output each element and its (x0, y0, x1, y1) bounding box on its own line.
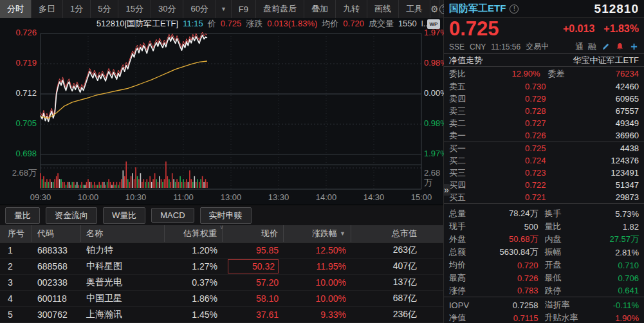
tab-money-flow[interactable]: 资金流向 (46, 207, 97, 224)
table-row-688333[interactable]: 1688333铂力特1.20%95.8512.50%263亿 (0, 243, 443, 259)
tab-macd[interactable]: MACD (151, 208, 194, 223)
stat-value: 78.24万 (484, 208, 538, 219)
edit-pencil-icon[interactable] (601, 42, 611, 51)
bid-row[interactable]: 买二0.724124376 (444, 154, 644, 167)
ask-row[interactable]: 卖二0.72749349 (444, 117, 644, 129)
chart-plot[interactable] (0, 28, 444, 205)
gear-icon[interactable]: ⚙ (430, 0, 439, 18)
bid-volume: 29873 (560, 192, 639, 202)
nav-trend-row[interactable]: 净值走势 华宝中证军工ETF (444, 53, 644, 67)
volume-bar (134, 179, 135, 188)
weibi-label: 委比 (449, 68, 477, 80)
stat-row-总量: 总量78.24万换手5.73% (444, 207, 644, 220)
cell-change-pct: 10.00% (284, 293, 351, 304)
table-row-300762[interactable]: 5300762上海瀚讯1.45%37.619.33%236亿 (0, 307, 443, 323)
bid-row[interactable]: 买三0.723123491 (444, 167, 644, 179)
bid-row[interactable]: 买四0.72251347 (444, 179, 644, 191)
volume-bar (152, 179, 154, 188)
period-tab-1min[interactable]: 1分 (63, 0, 91, 18)
nav-trend-label: 净值走势 (449, 55, 483, 66)
volume-bar (205, 179, 207, 188)
volume-value: 1550 (398, 19, 417, 28)
f9-button[interactable]: F9 (232, 0, 256, 18)
price-change: +0.013 (563, 23, 594, 35)
exchange-label: SSE (449, 42, 465, 51)
period-tab-15min[interactable]: 15分 (118, 0, 151, 18)
chart-info-bar: 512810[国防军工ETF] 11:15 价 0.725 涨跌 0.013(1… (0, 18, 443, 29)
col-header-name[interactable]: 名称 (81, 225, 165, 242)
alert-bell-icon[interactable] (615, 42, 625, 51)
period-tab-timeline[interactable]: 分时 (0, 0, 32, 18)
period-tab-5min[interactable]: 5分 (91, 0, 118, 18)
volume-bar (97, 185, 98, 188)
cell-code: 688333 (32, 245, 81, 255)
stat-label: 涨停 (449, 285, 484, 297)
overlay-button[interactable]: 叠加 (304, 0, 336, 18)
volume-bar (186, 179, 187, 188)
volume-bar (197, 179, 198, 188)
period-tab-60min[interactable]: 60分 (183, 0, 216, 18)
nine-turn-button[interactable]: 九转 (336, 0, 367, 18)
tab-w-volume-ratio[interactable]: W量比 (103, 207, 145, 224)
stat-label: 总量 (449, 208, 484, 219)
tools-button[interactable]: 工具 (399, 0, 430, 18)
stat-label: 最高 (449, 272, 484, 284)
volume-bar (84, 185, 86, 188)
cell-price: 50.32 (223, 259, 284, 273)
stat-value: 50.68万 (484, 234, 538, 245)
pre-post-market-button[interactable]: 盘前盘后 (256, 0, 304, 18)
ask-row[interactable]: 卖四0.72960965 (444, 93, 644, 105)
table-row-688568[interactable]: 2688568中科星图1.27%50.3211.95%407亿 (0, 259, 443, 275)
table-row-600118[interactable]: 4600118中国卫星1.86%58.1010.00%687亿 (0, 291, 443, 307)
ask-row[interactable]: 卖五0.73042460 (444, 80, 644, 93)
ask-label: 卖五 (449, 81, 481, 93)
volume-bar (96, 185, 97, 188)
period-tab-30min[interactable]: 30分 (151, 0, 183, 18)
period-dropdown-icon[interactable]: ▼ (216, 0, 232, 18)
col-header-price[interactable]: 现价 (223, 225, 284, 242)
volume-bar (125, 162, 127, 188)
col-header-market-cap[interactable]: 总市值 (351, 225, 422, 242)
info-circle-icon[interactable]: ! (510, 5, 519, 14)
volume-bar (45, 182, 46, 188)
quote-panel: 国防军工ETF ! 512810 0.725 +0.013 +1.83% SSE… (444, 0, 644, 323)
volume-bar (124, 176, 125, 188)
volume-bar (100, 185, 102, 188)
volume-label: 成交量 (369, 18, 394, 30)
margin-badge-rong: 融 (588, 41, 596, 53)
stat-label: 现手 (449, 221, 484, 232)
volume-bar (42, 179, 43, 188)
col-header-code[interactable]: 代码 (32, 225, 81, 242)
time-axis-label: 14:00 (316, 192, 337, 202)
time-axis-label: 10:00 (78, 192, 99, 202)
cell-market-cap: 137亿 (351, 277, 422, 288)
ask-price: 0.729 (481, 94, 560, 104)
intraday-chart[interactable]: 512810[国防军工ETF] 11:15 价 0.725 涨跌 0.013(1… (0, 18, 443, 205)
ask-row[interactable]: 卖三0.72867557 (444, 105, 644, 117)
expand-panel-icon[interactable]: » (444, 184, 450, 196)
ask-row[interactable]: 卖一0.72636960 (444, 129, 644, 142)
table-row-002338[interactable]: 3002338奥普光电0.37%57.2010.00%137亿 (0, 275, 443, 291)
col-header-index[interactable]: 序号 (0, 225, 32, 242)
table-body: 1688333铂力特1.20%95.8512.50%263亿2688568中科星… (0, 243, 443, 323)
volume-bar (78, 185, 79, 188)
col-header-weight[interactable]: 估算权重 (165, 225, 223, 242)
sort-desc-icon: ▼ (340, 230, 345, 237)
tab-realtime-redemption[interactable]: 实时申赎 (200, 207, 252, 224)
cell-change-pct: 11.95% (284, 261, 351, 272)
tab-volume-ratio[interactable]: 量比 (5, 207, 40, 224)
volume-bar (162, 182, 163, 188)
bid-row[interactable]: 买五0.72129873 (444, 191, 644, 203)
volume-bar (161, 179, 162, 188)
cell-name: 中国卫星 (81, 293, 165, 304)
volume-bar (107, 182, 108, 188)
collapse-handle-icon[interactable]: ∨ (219, 224, 224, 230)
period-tab-multiday[interactable]: 多日 (32, 0, 63, 18)
volume-bar (173, 179, 174, 188)
volume-bar (120, 182, 121, 188)
stat-value: 5630.84万 (484, 246, 538, 258)
bid-row[interactable]: 买一0.7254438 (444, 142, 644, 154)
add-plus-icon[interactable] (629, 42, 639, 51)
col-header-change-pct[interactable]: 涨跌幅▼ (284, 225, 351, 242)
draw-line-button[interactable]: 画线 (367, 0, 399, 18)
